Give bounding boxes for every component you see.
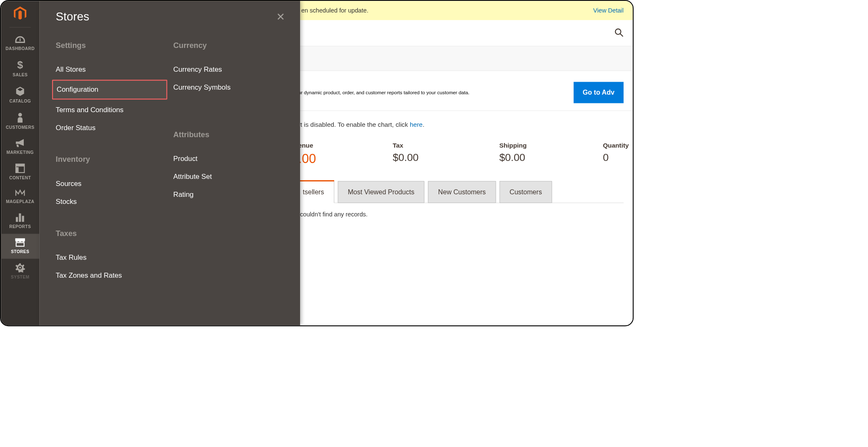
tab-most-viewed[interactable]: Most Viewed Products — [338, 181, 424, 203]
kpi-tax: Tax $0.00 — [393, 142, 499, 166]
gear-icon — [15, 263, 25, 272]
taxes-heading: Taxes — [56, 229, 167, 238]
nav-dashboard[interactable]: DASHBOARD — [1, 32, 39, 56]
svg-rect-5 — [16, 217, 18, 222]
kpi-value: .00 — [298, 152, 393, 166]
svg-rect-3 — [16, 164, 24, 166]
nav-label: SALES — [13, 73, 28, 78]
nav-label: CONTENT — [9, 175, 31, 180]
order-status-link[interactable]: Order Status — [52, 119, 167, 137]
admin-sidebar: DASHBOARD $ SALES CATALOG CUSTOMERS MARK… — [1, 1, 39, 325]
nav-sales[interactable]: $ SALES — [1, 56, 39, 82]
all-stores-link[interactable]: All Stores — [52, 60, 167, 78]
kpi-quantity: Quantity 0 — [603, 142, 629, 166]
nav-divider — [10, 27, 31, 28]
product-attr-link[interactable]: Product — [170, 150, 285, 168]
close-icon[interactable]: ✕ — [276, 11, 285, 22]
search-icon[interactable] — [614, 28, 623, 39]
nav-customers[interactable]: CUSTOMERS — [1, 108, 39, 135]
nav-label: MAGEPLAZA — [6, 199, 34, 204]
terms-link[interactable]: Terms and Conditions — [52, 101, 167, 119]
nav-label: DASHBOARD — [5, 46, 35, 51]
bars-icon — [15, 213, 25, 222]
submenu-title: Stores — [56, 10, 89, 23]
svg-line-10 — [620, 34, 623, 37]
dashboard-icon — [15, 35, 25, 44]
nav-content[interactable]: CONTENT — [1, 160, 39, 185]
nav-label: MARKETING — [7, 150, 34, 155]
kpi-value: 0 — [603, 152, 629, 163]
svg-rect-8 — [16, 243, 24, 246]
dollar-icon: $ — [16, 60, 24, 70]
tax-rules-link[interactable]: Tax Rules — [52, 249, 167, 266]
currency-heading: Currency — [173, 41, 285, 50]
stocks-link[interactable]: Stocks — [52, 193, 167, 211]
nav-marketing[interactable]: MARKETING — [1, 135, 39, 160]
kpi-label: Shipping — [499, 142, 603, 149]
nav-stores[interactable]: STORES — [1, 234, 39, 259]
nav-catalog[interactable]: CATALOG — [1, 82, 39, 108]
nav-label: CUSTOMERS — [6, 125, 34, 130]
nav-system[interactable]: SYSTEM — [1, 259, 39, 281]
currency-symbols-link[interactable]: Currency Symbols — [170, 78, 285, 96]
kpi-value: $0.00 — [499, 152, 603, 163]
nav-mageplaza[interactable]: MAGEPLAZA — [1, 185, 39, 209]
kpi-label: Quantity — [603, 142, 629, 149]
attribute-set-link[interactable]: Attribute Set — [170, 168, 285, 186]
svg-point-1 — [18, 113, 22, 117]
enable-chart-link[interactable]: here — [410, 121, 423, 128]
nav-label: REPORTS — [9, 224, 31, 229]
magento-logo[interactable] — [12, 5, 28, 23]
svg-rect-4 — [16, 167, 19, 173]
person-icon — [16, 112, 24, 123]
layout-icon — [15, 163, 25, 173]
tab-new-customers[interactable]: New Customers — [428, 181, 496, 203]
go-advanced-button[interactable]: Go to Adv — [573, 82, 623, 103]
chart-period: . — [423, 121, 424, 128]
nav-reports[interactable]: REPORTS — [1, 209, 39, 234]
currency-rates-link[interactable]: Currency Rates — [170, 60, 285, 78]
inventory-heading: Inventory — [56, 155, 167, 164]
tax-zones-link[interactable]: Tax Zones and Rates — [52, 266, 167, 284]
chart-text: rt is disabled. To enable the chart, cli… — [298, 121, 410, 128]
nav-label: CATALOG — [9, 99, 31, 104]
kpi-revenue: enue .00 — [298, 142, 393, 166]
cube-icon — [15, 86, 25, 97]
stores-submenu: Stores ✕ Settings All Stores Configurati… — [39, 1, 300, 325]
svg-point-9 — [616, 29, 621, 34]
kpi-shipping: Shipping $0.00 — [499, 142, 603, 166]
view-details-link[interactable]: View Detail — [593, 7, 624, 14]
sources-link[interactable]: Sources — [52, 175, 167, 193]
store-icon — [15, 238, 25, 247]
tab-customers[interactable]: Customers — [500, 181, 552, 203]
kpi-label: enue — [298, 142, 393, 149]
svg-text:$: $ — [17, 60, 23, 70]
nav-label: STORES — [11, 249, 29, 254]
kpi-value: $0.00 — [393, 152, 499, 163]
rating-link[interactable]: Rating — [170, 186, 285, 203]
kpi-label: Tax — [393, 142, 499, 149]
svg-rect-7 — [22, 216, 24, 222]
configuration-link[interactable]: Configuration — [52, 80, 167, 99]
attributes-heading: Attributes — [173, 130, 285, 139]
nav-label: SYSTEM — [11, 274, 29, 279]
settings-heading: Settings — [56, 41, 167, 50]
mageplaza-icon — [15, 189, 25, 197]
empty-message: couldn't find any records. — [300, 211, 368, 218]
svg-rect-6 — [19, 213, 21, 222]
megaphone-icon — [15, 138, 25, 148]
